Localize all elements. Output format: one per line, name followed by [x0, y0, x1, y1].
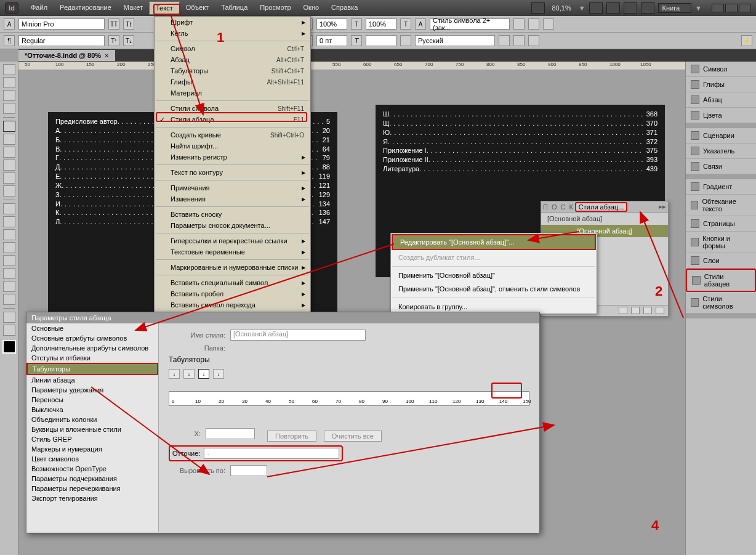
panel-стили-абзацев[interactable]: Стили абзацев: [686, 269, 756, 292]
free-transform-tool[interactable]: [3, 216, 15, 227]
menu-item[interactable]: СимволCtrl+T: [155, 43, 310, 54]
dialog-category[interactable]: Линии абзаца: [26, 375, 158, 385]
dialog-category[interactable]: Экспорт тегирования: [26, 493, 158, 503]
dialog-category[interactable]: Дополнительные атрибуты символов: [26, 343, 158, 353]
maximize-button[interactable]: [725, 4, 738, 12]
clear-all-button[interactable]: Очистить все: [324, 431, 382, 442]
menu-item[interactable]: Гиперссылки и перекрестные ссылки: [155, 235, 310, 246]
new-style-icon[interactable]: [631, 307, 640, 314]
menu-item[interactable]: Вставить пробел: [155, 288, 310, 299]
hand-tool[interactable]: [3, 281, 15, 292]
flash-icon[interactable]: ⚡: [741, 35, 752, 46]
panel-цвета[interactable]: Цвета: [686, 108, 756, 123]
dialog-category[interactable]: Возможности OpenType: [26, 464, 158, 474]
panel-tab[interactable]: К: [567, 203, 574, 211]
bridge-icon[interactable]: [531, 2, 545, 14]
menu-файл[interactable]: Файл: [25, 1, 54, 15]
panel-tab[interactable]: О: [550, 203, 559, 211]
type-tool[interactable]: [3, 121, 15, 132]
menu-окно[interactable]: Окно: [297, 1, 326, 15]
dialog-category[interactable]: Буквицы и вложенные стили: [26, 424, 158, 434]
repeat-button[interactable]: Повторить: [267, 431, 316, 442]
tt-icon[interactable]: TT: [108, 18, 119, 30]
fill-stroke-swap[interactable]: [3, 312, 15, 323]
panel-символ[interactable]: Символ: [686, 62, 756, 77]
char-format-icon[interactable]: A: [4, 18, 15, 30]
justify-right-icon[interactable]: [528, 35, 539, 46]
panel-глифы[interactable]: Глифы: [686, 77, 756, 92]
panel-страницы[interactable]: Страницы: [686, 216, 756, 232]
dialog-category[interactable]: Табуляторы: [26, 363, 158, 375]
selection-tool[interactable]: [3, 64, 15, 75]
gap-tool[interactable]: [3, 103, 15, 114]
justify-center-icon[interactable]: [513, 35, 525, 46]
fill-color[interactable]: [2, 340, 16, 354]
para-format-icon[interactable]: ¶: [4, 35, 15, 46]
language[interactable]: Русский: [415, 35, 495, 46]
dialog-category[interactable]: Маркеры и нумерация: [26, 444, 158, 454]
tab-left[interactable]: ↓: [169, 369, 180, 379]
sub-icon[interactable]: T₁: [123, 35, 134, 46]
menu-item[interactable]: Создать кривыеShift+Ctrl+O: [155, 129, 310, 140]
context-item[interactable]: Применить "[Основной абзац]", отменить с…: [391, 282, 597, 296]
panel-tab[interactable]: С: [558, 203, 567, 211]
close-tab-icon[interactable]: ×: [105, 52, 108, 59]
menu-item[interactable]: Вставить специальный символ: [155, 277, 310, 288]
direct-selection-tool[interactable]: [3, 77, 15, 88]
menu-item[interactable]: Шрифт: [155, 17, 310, 28]
panel-кнопки-и-формы[interactable]: Кнопки и формы: [686, 232, 756, 253]
note-tool[interactable]: [3, 255, 15, 266]
dialog-category[interactable]: Цвет символов: [26, 454, 158, 464]
menu-item[interactable]: Изменить регистр: [155, 152, 310, 163]
x-field[interactable]: [206, 428, 255, 439]
pencil-tool[interactable]: [3, 160, 15, 171]
gradient-tool[interactable]: [3, 229, 15, 240]
menu-item[interactable]: Вставить символ перехода: [155, 299, 310, 310]
panel-tab[interactable]: Стили абзац...: [575, 202, 628, 212]
leader-field[interactable]: .: [204, 448, 339, 459]
context-item[interactable]: Редактировать "[Основной абзац]"...: [392, 234, 596, 250]
clear-override-icon[interactable]: [643, 307, 652, 314]
menu-item[interactable]: Стили символаShift+F11: [155, 103, 310, 114]
view-options-icon[interactable]: [606, 2, 620, 14]
menu-item[interactable]: Материал: [155, 87, 310, 99]
rectangle-tool[interactable]: [3, 185, 15, 196]
menu-item[interactable]: ✓Стили абзацаF11: [155, 114, 310, 125]
tab-ruler[interactable]: 0102030405060708090100110120130140150: [169, 391, 529, 419]
tt2-icon[interactable]: Tt: [123, 18, 134, 30]
dialog-category[interactable]: Выключка: [26, 405, 158, 415]
panel-tab[interactable]: П: [541, 203, 550, 211]
menu-item[interactable]: Примечания: [155, 182, 310, 193]
baseline-shift[interactable]: 0 пт: [316, 35, 347, 46]
line-tool[interactable]: [3, 134, 15, 145]
style-name-field[interactable]: [Основной абзац]: [230, 330, 366, 341]
eyedropper-tool[interactable]: [3, 268, 15, 279]
super-icon[interactable]: T¹: [108, 35, 119, 46]
expand-icon[interactable]: ▸▸: [657, 203, 668, 211]
rectangle-frame-tool[interactable]: [3, 172, 15, 184]
menu-макет[interactable]: Макет: [118, 1, 149, 15]
menu-справка[interactable]: Справка: [325, 1, 364, 15]
dialog-category[interactable]: Основные: [26, 323, 158, 333]
gradient-feather-tool[interactable]: [3, 242, 15, 253]
tab-decimal[interactable]: ↓: [213, 369, 224, 379]
tab-right[interactable]: ↓: [198, 369, 209, 379]
dialog-category[interactable]: Отступы и отбивки: [26, 353, 158, 363]
menu-текст[interactable]: Текст: [149, 1, 180, 15]
dialog-category[interactable]: Параметры перечеркивания: [26, 484, 158, 493]
align-on-field[interactable]: [230, 465, 267, 476]
menu-item[interactable]: Текст по контуру: [155, 167, 310, 178]
screen-mode-icon[interactable]: [589, 2, 603, 14]
document-tab[interactable]: *Отточие-8.indd @ 80% ×: [18, 50, 115, 61]
menu-item[interactable]: Маркированные и нумерованные списки: [155, 262, 310, 273]
minimize-button[interactable]: [712, 4, 724, 12]
scissors-tool[interactable]: [3, 203, 15, 214]
dialog-category[interactable]: Параметры удержания: [26, 385, 158, 395]
menu-item[interactable]: Вставить сноску: [155, 209, 310, 220]
align-center-icon[interactable]: [528, 18, 539, 30]
menu-item[interactable]: ГлифыAlt+Shift+F11: [155, 76, 310, 87]
panel-слои[interactable]: Слои: [686, 253, 756, 269]
menu-редактирование[interactable]: Редактирование: [54, 1, 118, 15]
panel-сценарии[interactable]: Сценарии: [686, 128, 756, 144]
panel-связи[interactable]: Связи: [686, 159, 756, 174]
